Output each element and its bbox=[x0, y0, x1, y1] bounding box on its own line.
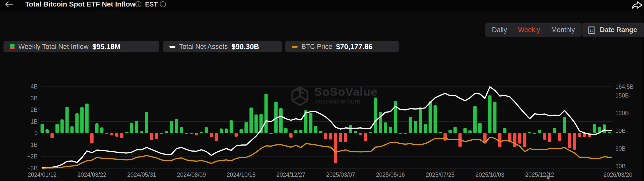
inflow-bar-week-57[interactable] bbox=[324, 133, 327, 139]
inflow-bar-week-69[interactable] bbox=[384, 122, 387, 133]
inflow-bar-week-77[interactable] bbox=[424, 124, 427, 133]
inflow-bar-week-35[interactable] bbox=[215, 133, 218, 141]
inflow-bar-week-52[interactable] bbox=[299, 130, 302, 133]
inflow-bar-week-43[interactable] bbox=[254, 115, 258, 133]
inflow-bar-week-26[interactable] bbox=[170, 121, 173, 133]
inflow-bar-week-21[interactable] bbox=[145, 112, 148, 133]
inflow-bar-week-75[interactable] bbox=[414, 121, 417, 133]
inflow-bar-week-76[interactable] bbox=[419, 107, 422, 133]
inflow-bar-week-85[interactable] bbox=[463, 128, 467, 133]
inflow-bar-week-38[interactable] bbox=[230, 120, 233, 133]
tab-daily[interactable]: Daily bbox=[492, 26, 507, 34]
inflow-bar-week-15[interactable] bbox=[115, 133, 118, 137]
inflow-bar-week-30[interactable] bbox=[190, 133, 193, 134]
legend-btc-price[interactable]: BTC Price $70,177.86 bbox=[285, 41, 399, 52]
inflow-bar-week-25[interactable] bbox=[165, 131, 168, 133]
inflow-bar-week-97[interactable] bbox=[523, 133, 526, 147]
inflow-bar-week-108[interactable] bbox=[578, 133, 581, 137]
inflow-bar-week-51[interactable] bbox=[294, 130, 297, 133]
inflow-bar-week-82[interactable] bbox=[448, 130, 452, 133]
inflow-bar-week-11[interactable] bbox=[95, 123, 99, 133]
inflow-bar-week-86[interactable] bbox=[468, 130, 472, 133]
inflow-bar-week-103[interactable] bbox=[553, 128, 556, 133]
inflow-bar-week-111[interactable] bbox=[593, 124, 596, 133]
inflow-bar-week-13[interactable] bbox=[105, 133, 108, 134]
inflow-bar-week-22[interactable] bbox=[150, 133, 153, 140]
inflow-bar-week-56[interactable] bbox=[319, 131, 323, 133]
inflow-bar-week-60[interactable] bbox=[339, 133, 342, 142]
inflow-bar-week-16[interactable] bbox=[120, 133, 123, 138]
inflow-bar-week-54[interactable] bbox=[309, 113, 312, 133]
inflow-bar-week-80[interactable] bbox=[438, 132, 442, 133]
inflow-bar-week-19[interactable] bbox=[135, 121, 138, 133]
inflow-bar-week-98[interactable] bbox=[528, 132, 531, 133]
inflow-bar-week-14[interactable] bbox=[110, 133, 113, 135]
inflow-bar-week-58[interactable] bbox=[329, 133, 332, 140]
inflow-bar-week-9[interactable] bbox=[85, 104, 89, 133]
inflow-bar-week-27[interactable] bbox=[175, 119, 178, 133]
inflow-bar-week-81[interactable] bbox=[443, 133, 447, 141]
inflow-bar-week-100[interactable] bbox=[538, 130, 541, 133]
inflow-bar-week-8[interactable] bbox=[80, 107, 84, 133]
inflow-bar-week-49[interactable] bbox=[284, 128, 288, 133]
inflow-bar-week-10[interactable] bbox=[90, 133, 94, 143]
inflow-bar-week-2[interactable] bbox=[50, 133, 54, 138]
inflow-bar-week-90[interactable] bbox=[488, 95, 491, 133]
inflow-bar-week-33[interactable] bbox=[205, 127, 208, 133]
inflow-bar-week-3[interactable] bbox=[55, 124, 59, 133]
inflow-bar-week-66[interactable] bbox=[369, 132, 372, 133]
inflow-bar-week-1[interactable] bbox=[45, 129, 49, 133]
inflow-bar-week-5[interactable] bbox=[66, 107, 69, 133]
inflow-bar-week-107[interactable] bbox=[573, 133, 576, 150]
inflow-bar-week-37[interactable] bbox=[225, 128, 228, 133]
share-button[interactable] bbox=[630, 1, 643, 10]
inflow-bar-week-79[interactable] bbox=[433, 105, 437, 133]
inflow-bar-week-41[interactable] bbox=[244, 122, 248, 133]
inflow-bar-week-106[interactable] bbox=[568, 133, 571, 148]
inflow-bar-week-101[interactable] bbox=[543, 133, 546, 140]
inflow-bar-week-63[interactable] bbox=[354, 131, 357, 133]
inflow-bar-week-70[interactable] bbox=[389, 127, 392, 133]
inflow-bar-week-73[interactable] bbox=[404, 133, 407, 134]
inflow-bar-week-113[interactable] bbox=[603, 124, 606, 133]
inflow-bar-week-24[interactable] bbox=[160, 133, 163, 134]
inflow-bar-week-46[interactable] bbox=[269, 133, 273, 134]
inflow-bar-week-4[interactable] bbox=[60, 119, 64, 133]
inflow-bar-week-55[interactable] bbox=[314, 126, 317, 133]
inflow-bar-week-23[interactable] bbox=[155, 133, 158, 139]
inflow-bar-week-105[interactable] bbox=[563, 117, 566, 133]
timezone-info-icon[interactable] bbox=[160, 1, 166, 9]
inflow-bar-week-20[interactable] bbox=[140, 131, 143, 133]
inflow-bar-week-99[interactable] bbox=[533, 133, 536, 134]
inflow-bar-week-72[interactable] bbox=[399, 133, 402, 134]
inflow-bar-week-104[interactable] bbox=[558, 133, 561, 141]
tab-weekly[interactable]: Weekly bbox=[518, 26, 540, 34]
inflow-bar-week-31[interactable] bbox=[195, 133, 198, 135]
inflow-bar-week-78[interactable] bbox=[429, 102, 432, 133]
inflow-bar-week-92[interactable] bbox=[498, 133, 501, 147]
inflow-bar-week-39[interactable] bbox=[235, 133, 238, 137]
inflow-bar-week-91[interactable] bbox=[493, 102, 496, 133]
inflow-bar-week-114[interactable] bbox=[608, 132, 611, 133]
inflow-bar-week-18[interactable] bbox=[130, 123, 133, 133]
inflow-bar-week-17[interactable] bbox=[125, 132, 128, 133]
inflow-bar-week-96[interactable] bbox=[518, 133, 521, 144]
inflow-bar-week-29[interactable] bbox=[185, 133, 188, 134]
inflow-bar-week-102[interactable] bbox=[548, 133, 551, 142]
inflow-bar-week-87[interactable] bbox=[473, 106, 477, 133]
inflow-bar-week-61[interactable] bbox=[344, 133, 347, 142]
inflow-bar-week-32[interactable] bbox=[200, 132, 203, 133]
date-range-button[interactable]: 12 Date Range bbox=[582, 23, 644, 37]
inflow-bar-week-45[interactable] bbox=[264, 94, 268, 133]
inflow-bar-week-95[interactable] bbox=[513, 133, 517, 147]
inflow-bar-week-59[interactable] bbox=[334, 133, 337, 163]
inflow-bar-week-65[interactable] bbox=[364, 133, 367, 141]
inflow-bar-week-42[interactable] bbox=[249, 108, 253, 133]
inflow-bar-week-40[interactable] bbox=[239, 129, 243, 133]
chart-canvas[interactable]: 4B3B2B1B0−1B−2B−3B164.5B150B120B90B60B30… bbox=[0, 80, 644, 181]
inflow-bar-week-28[interactable] bbox=[180, 127, 183, 133]
inflow-bar-week-34[interactable] bbox=[210, 133, 213, 137]
inflow-bar-week-48[interactable] bbox=[279, 108, 283, 133]
inflow-bar-week-62[interactable] bbox=[349, 125, 352, 133]
inflow-bar-week-94[interactable] bbox=[508, 133, 511, 141]
